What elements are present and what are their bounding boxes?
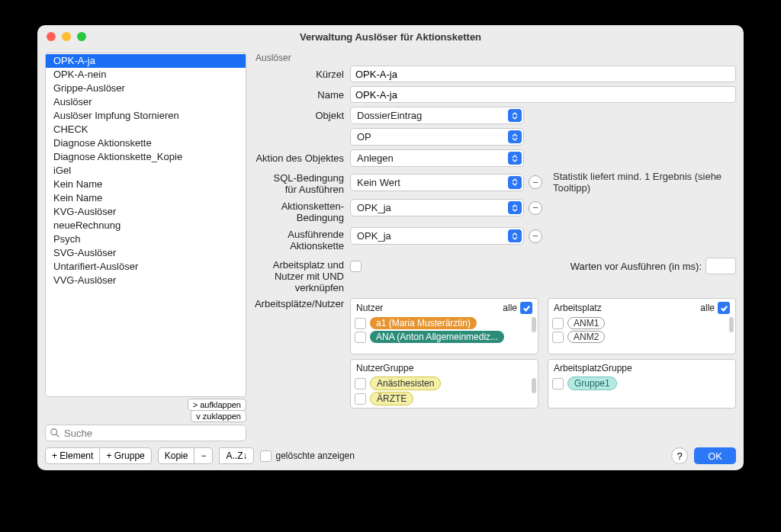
list-item[interactable]: ÄRZTE xyxy=(355,392,534,405)
list-item[interactable]: ANM1 xyxy=(552,317,731,329)
und-checkbox[interactable] xyxy=(350,261,362,272)
arbeitsplatz-all-checkbox[interactable] xyxy=(718,302,730,314)
detail-panel: Auslöser Kürzel Name Objekt DossierEintr… xyxy=(252,53,736,441)
item-checkbox[interactable] xyxy=(355,332,366,343)
label-wait: Warten vor Ausführen (in ms): xyxy=(570,261,702,272)
list-item[interactable]: Anästhesisten xyxy=(355,377,534,390)
ak-bed-remove-button[interactable]: − xyxy=(529,201,542,215)
objekt-select-1[interactable]: DossierEintrag xyxy=(350,107,524,124)
pill-label: a1 (Maria Musterärztin) xyxy=(370,317,477,329)
zoom-icon[interactable] xyxy=(77,32,86,41)
list-item[interactable]: Auslöser xyxy=(46,95,246,109)
pill-label: Anästhesisten xyxy=(370,377,441,390)
search-input[interactable] xyxy=(45,425,246,441)
sidebar: OPK-A-jaOPK-A-neinGrippe-AuslöserAuslöse… xyxy=(45,53,246,441)
apgruppe-title: ArbeitsplatzGruppe xyxy=(554,363,632,373)
arbeitsplatz-box: Arbeitsplatz alle ANM1ANM2 xyxy=(548,298,736,354)
list-item[interactable]: Kein Name xyxy=(46,178,246,191)
add-element-button[interactable]: + Element xyxy=(45,447,100,464)
label-objekt: Objekt xyxy=(252,110,350,121)
list-item[interactable]: neueRechnung xyxy=(46,219,246,232)
label-name: Name xyxy=(252,89,350,101)
label-und: Arbeitsplatz undNutzer mit UNDverknüpfen xyxy=(252,258,350,293)
svg-line-1 xyxy=(56,434,59,437)
list-item[interactable]: Auslöser Impfung Stornieren xyxy=(46,109,246,123)
list-item[interactable]: Untarifiert-Auslöser xyxy=(46,260,246,274)
wait-input[interactable] xyxy=(705,258,736,274)
nutzer-box: Nutzer alle a1 (Maria Musterärztin)ANA (… xyxy=(350,298,538,354)
footer: + Element + Gruppe Kopie − A..Z↓ gelösch… xyxy=(37,444,744,470)
label-ak-exec: AusführendeAktionskette xyxy=(252,227,350,252)
arbeitsplatz-all-label: alle xyxy=(700,303,715,313)
kuerzel-input[interactable] xyxy=(350,66,736,82)
help-button[interactable]: ? xyxy=(671,447,688,464)
nutzergruppe-box: NutzerGruppe AnästhesistenÄRZTE xyxy=(350,359,538,409)
list-item[interactable]: OPK-A-ja xyxy=(46,54,246,68)
objekt-select-2[interactable]: OP xyxy=(350,128,524,146)
add-group-button[interactable]: + Gruppe xyxy=(100,447,151,464)
minimize-icon[interactable] xyxy=(62,32,71,41)
pill-label: ANM2 xyxy=(567,331,605,343)
arbeitsplatz-title: Arbeitsplatz xyxy=(554,303,602,313)
aktion-select[interactable]: Anlegen xyxy=(350,149,524,167)
apgruppe-box: ArbeitsplatzGruppe Gruppe1 xyxy=(548,359,736,409)
list-item[interactable]: Kein Name xyxy=(46,191,246,205)
trigger-list[interactable]: OPK-A-jaOPK-A-neinGrippe-AuslöserAuslöse… xyxy=(45,53,246,397)
list-item[interactable]: KVG-Auslöser xyxy=(46,205,246,219)
item-checkbox[interactable] xyxy=(355,378,366,389)
list-item[interactable]: a1 (Maria Musterärztin) xyxy=(355,317,534,329)
ak-exec-select[interactable]: OPK_ja xyxy=(350,227,524,245)
nutzergruppe-title: NutzerGruppe xyxy=(356,363,413,373)
item-checkbox[interactable] xyxy=(552,378,564,389)
nutzer-all-checkbox[interactable] xyxy=(520,302,532,314)
scrollbar[interactable] xyxy=(532,317,536,332)
list-item[interactable]: OPK-A-nein xyxy=(46,68,246,82)
pill-label: ANM1 xyxy=(567,317,605,329)
list-item[interactable]: Diagnose Aktionskette_Kopie xyxy=(46,150,246,164)
nutzer-title: Nutzer xyxy=(356,303,383,313)
copy-button[interactable]: Kopie xyxy=(158,447,195,464)
list-item[interactable]: Gruppe1 xyxy=(552,377,731,390)
scrollbar[interactable] xyxy=(729,317,734,332)
list-item[interactable]: SVG-Auslöser xyxy=(46,246,246,260)
ak-exec-remove-button[interactable]: − xyxy=(529,229,542,243)
list-item[interactable]: Diagnose Aktionskette xyxy=(46,136,246,150)
list-item[interactable]: Psych xyxy=(46,232,246,246)
chevron-updown-icon xyxy=(508,152,522,165)
expand-button[interactable]: > aufklappen xyxy=(188,399,246,411)
sql-select[interactable]: Kein Wert xyxy=(350,174,524,191)
titlebar: Verwaltung Auslöser für Aktionsketten xyxy=(37,25,744,48)
item-checkbox[interactable] xyxy=(355,318,366,329)
minus-button[interactable]: − xyxy=(194,447,213,464)
list-item[interactable]: ANA (Anton Allgemeinmediz... xyxy=(355,331,534,343)
nutzer-all-label: alle xyxy=(503,303,517,313)
search-icon xyxy=(50,428,60,438)
pill-label: ANA (Anton Allgemeinmediz... xyxy=(370,331,504,343)
close-icon[interactable] xyxy=(47,32,56,41)
list-item[interactable]: iGel xyxy=(46,164,246,178)
ok-button[interactable]: OK xyxy=(694,447,736,464)
collapse-button[interactable]: v zuklappen xyxy=(191,410,246,422)
section-title: Auslöser xyxy=(252,53,736,66)
sql-remove-button[interactable]: − xyxy=(529,175,542,189)
item-checkbox[interactable] xyxy=(552,332,564,343)
sort-button[interactable]: A..Z↓ xyxy=(219,447,254,464)
label-kuerzel: Kürzel xyxy=(252,69,350,80)
sql-hint: Statistik liefert mind. 1 Ergebnis (sieh… xyxy=(553,171,736,194)
chevron-updown-icon xyxy=(508,109,522,122)
list-item[interactable]: ANM2 xyxy=(552,331,731,343)
item-checkbox[interactable] xyxy=(552,318,564,329)
item-checkbox[interactable] xyxy=(355,393,366,405)
traffic-lights xyxy=(47,32,86,41)
show-deleted-checkbox[interactable] xyxy=(260,450,272,462)
name-input[interactable] xyxy=(350,86,736,103)
show-deleted-label: gelöschte anzeigen xyxy=(275,450,354,461)
list-item[interactable]: Grippe-Auslöser xyxy=(46,82,246,95)
chevron-updown-icon xyxy=(508,229,522,242)
label-sql: SQL-Bedingungfür Ausführen xyxy=(252,171,350,195)
ak-bed-select[interactable]: OPK_ja xyxy=(350,199,524,216)
list-item[interactable]: CHECK xyxy=(46,123,246,136)
scrollbar[interactable] xyxy=(532,378,536,393)
list-item[interactable]: VVG-Auslöser xyxy=(46,274,246,287)
svg-point-0 xyxy=(51,429,57,435)
